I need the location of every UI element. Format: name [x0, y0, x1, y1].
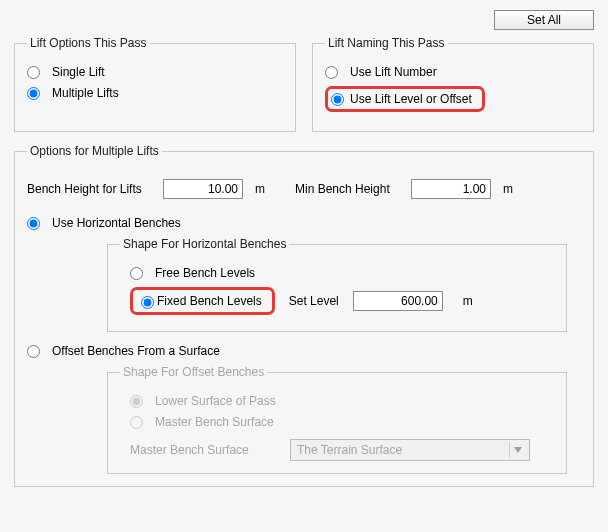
min-bench-unit: m	[503, 182, 513, 196]
use-lift-number-label: Use Lift Number	[350, 65, 437, 79]
set-level-unit: m	[463, 294, 473, 308]
set-all-button[interactable]: Set All	[494, 10, 594, 30]
lift-naming-legend: Lift Naming This Pass	[325, 36, 448, 50]
offset-benches-group: Shape For Offset Benches Lower Surface o…	[107, 365, 567, 474]
horizontal-benches-legend: Shape For Horizontal Benches	[120, 237, 289, 251]
bench-height-input[interactable]	[163, 179, 243, 199]
bench-height-unit: m	[255, 182, 265, 196]
set-level-input[interactable]	[353, 291, 443, 311]
single-lift-label: Single Lift	[52, 65, 105, 79]
bench-height-label: Bench Height for Lifts	[27, 182, 157, 196]
min-bench-input[interactable]	[411, 179, 491, 199]
master-surface-radio	[130, 416, 143, 429]
chevron-down-icon	[509, 442, 525, 458]
offset-benches-legend: Shape For Offset Benches	[120, 365, 267, 379]
use-lift-number-radio[interactable]	[325, 66, 338, 79]
lower-surface-label: Lower Surface of Pass	[155, 394, 276, 408]
horizontal-benches-group: Shape For Horizontal Benches Free Bench …	[107, 237, 567, 332]
free-bench-radio[interactable]	[130, 267, 143, 280]
min-bench-row: Min Bench Height m	[295, 179, 513, 199]
fixed-bench-radio[interactable]	[141, 296, 154, 309]
multiple-lifts-options-group: Options for Multiple Lifts Bench Height …	[14, 144, 594, 487]
multiple-lifts-options-legend: Options for Multiple Lifts	[27, 144, 162, 158]
set-level-label: Set Level	[289, 294, 339, 308]
fixed-bench-label: Fixed Bench Levels	[157, 294, 262, 308]
use-lift-level-radio[interactable]	[331, 93, 344, 106]
header-row: Set All	[14, 10, 594, 30]
multiple-lifts-label: Multiple Lifts	[52, 86, 119, 100]
min-bench-label: Min Bench Height	[295, 182, 405, 196]
use-lift-level-highlight: Use Lift Level or Offset	[325, 86, 485, 112]
bench-height-row: Bench Height for Lifts m	[27, 179, 265, 199]
lift-options-legend: Lift Options This Pass	[27, 36, 150, 50]
master-surface-select-value: The Terrain Surface	[297, 443, 402, 457]
use-lift-level-label: Use Lift Level or Offset	[350, 92, 472, 106]
multiple-lifts-radio[interactable]	[27, 87, 40, 100]
master-surface-label: Master Bench Surface	[155, 415, 274, 429]
offset-benches-label: Offset Benches From a Surface	[52, 344, 220, 358]
free-bench-label: Free Bench Levels	[155, 266, 255, 280]
use-horizontal-radio[interactable]	[27, 217, 40, 230]
settings-panel: Set All Lift Options This Pass Single Li…	[0, 0, 608, 532]
single-lift-radio[interactable]	[27, 66, 40, 79]
lift-naming-group: Lift Naming This Pass Use Lift Number Us…	[312, 36, 594, 132]
offset-benches-radio[interactable]	[27, 345, 40, 358]
use-horizontal-label: Use Horizontal Benches	[52, 216, 181, 230]
fixed-bench-highlight: Fixed Bench Levels	[130, 287, 275, 315]
master-surface-select-label: Master Bench Surface	[130, 443, 280, 457]
lift-options-group: Lift Options This Pass Single Lift Multi…	[14, 36, 296, 132]
master-surface-select: The Terrain Surface	[290, 439, 530, 461]
lower-surface-radio	[130, 395, 143, 408]
